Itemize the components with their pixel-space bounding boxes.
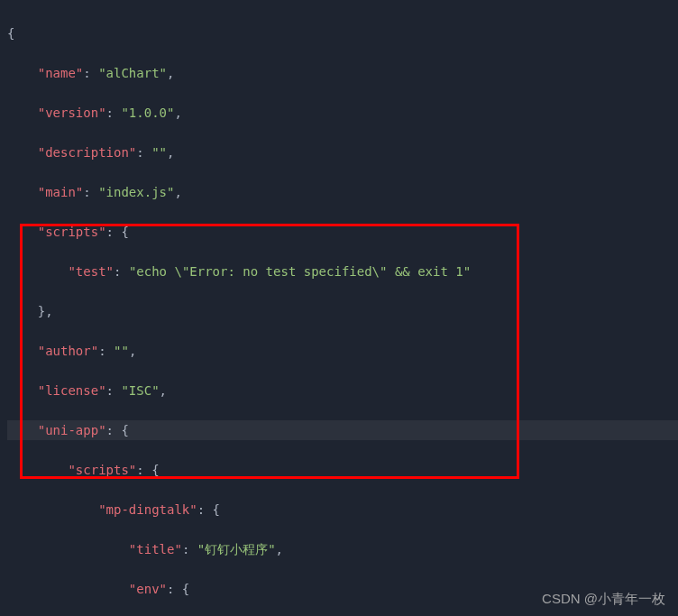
code-line: {: [7, 23, 678, 43]
code-editor-content: { "name": "alChart", "version": "1.0.0",…: [0, 4, 678, 616]
code-line: "version": "1.0.0",: [7, 103, 678, 123]
code-line: "title": "钉钉小程序",: [7, 539, 678, 559]
code-line-highlighted: "uni-app": {: [7, 420, 678, 440]
code-line: "name": "alChart",: [7, 63, 678, 83]
watermark-text: CSDN @小青年一枚: [542, 589, 665, 609]
code-line: "mp-dingtalk": {: [7, 500, 678, 519]
code-line: "license": "ISC",: [7, 381, 678, 400]
code-line: },: [7, 301, 678, 321]
code-line: "author": "",: [7, 341, 678, 361]
code-line: "main": "index.js",: [7, 182, 678, 202]
code-line: "description": "",: [7, 143, 678, 162]
code-line: "scripts": {: [7, 460, 678, 480]
code-line: "scripts": {: [7, 222, 678, 242]
code-line: "test": "echo \"Error: no test specified…: [7, 262, 678, 281]
